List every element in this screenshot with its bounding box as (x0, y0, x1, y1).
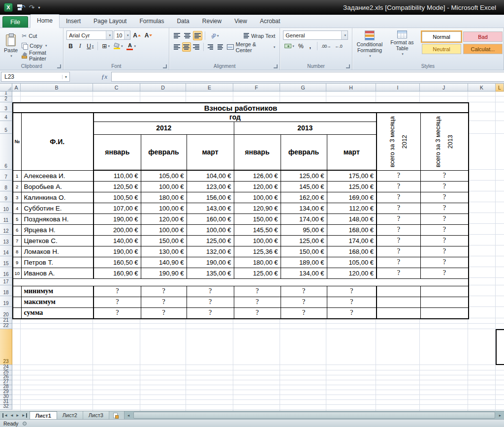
total-placeholder-cell[interactable]: ? (377, 257, 420, 268)
value-cell[interactable]: 125,00 € (187, 235, 234, 246)
value-cell[interactable]: 150,00 € (234, 214, 281, 224)
summary-placeholder-cell[interactable]: ? (327, 307, 377, 319)
row-number-cell[interactable]: 6 (13, 224, 21, 235)
value-cell[interactable]: 112,00 € (327, 203, 377, 214)
column-header-G[interactable]: G (280, 84, 326, 92)
insert-worksheet-button[interactable] (109, 411, 122, 419)
value-cell[interactable]: 160,50 € (94, 257, 141, 268)
ribbon-tab-view[interactable]: View (228, 15, 253, 28)
summary-placeholder-cell[interactable]: ? (327, 297, 377, 307)
empty-cell[interactable] (327, 278, 377, 286)
row-header-9[interactable]: 9 (0, 191, 12, 202)
row-header-13[interactable]: 13 (0, 235, 12, 245)
total-placeholder-cell[interactable]: ? (420, 203, 469, 214)
value-cell[interactable]: 175,00 € (327, 170, 377, 181)
summary-placeholder-cell[interactable]: ? (327, 286, 377, 297)
value-cell[interactable]: 150,00 € (141, 235, 187, 246)
employee-name-cell[interactable]: Позднякова Н. (21, 214, 94, 224)
value-cell[interactable]: 100,50 € (94, 192, 141, 203)
summary-placeholder-cell[interactable]: ? (187, 286, 234, 297)
value-cell[interactable]: 148,00 € (327, 214, 377, 224)
row-header-32[interactable]: 32 (0, 405, 12, 410)
total-placeholder-cell[interactable]: ? (420, 268, 469, 278)
empty-cell[interactable] (420, 278, 469, 286)
column-header-E[interactable]: E (186, 84, 233, 92)
borders-button[interactable]: ⊞▾ (100, 41, 111, 51)
value-cell[interactable]: 200,00 € (94, 224, 141, 235)
value-cell[interactable]: 169,00 € (327, 192, 377, 203)
row-header-18[interactable]: 18 (0, 285, 12, 296)
copy-button[interactable]: Copy ▾ (21, 41, 62, 50)
increase-indent-button[interactable] (216, 42, 224, 52)
column-header-F[interactable]: F (233, 84, 280, 92)
month-header-cell[interactable]: январь (94, 134, 141, 170)
horizontal-scrollbar-thumb[interactable] (133, 412, 495, 419)
value-cell[interactable]: 190,00 € (187, 257, 234, 268)
employee-name-cell[interactable]: Иванов А. (21, 268, 94, 278)
total-header-cell-2[interactable]: всего за 3 месяца 2013 (420, 113, 469, 170)
font-name-combo[interactable]: Arial Cyr ▾ (66, 30, 113, 40)
column-header-L[interactable]: L (496, 84, 504, 92)
orientation-button[interactable]: ab▾ (208, 31, 221, 40)
cut-button[interactable]: ✂ Cut (21, 31, 62, 40)
empty-cell[interactable] (281, 278, 327, 286)
empty-cell[interactable] (141, 278, 187, 286)
font-size-combo[interactable]: 10 ▾ (114, 30, 130, 40)
column-header-D[interactable]: D (140, 84, 186, 92)
value-cell[interactable]: 100,00 € (234, 192, 281, 203)
value-cell[interactable]: 168,00 € (327, 224, 377, 235)
row-header-23[interactable]: 23 (0, 329, 12, 365)
summary-placeholder-cell[interactable]: ? (141, 307, 187, 319)
empty-cell[interactable] (420, 307, 469, 319)
row-header-7[interactable]: 7 (0, 170, 12, 181)
empty-cell[interactable] (234, 278, 281, 286)
row-header-5[interactable]: 5 (0, 121, 12, 134)
row-number-cell[interactable]: 1 (13, 170, 21, 181)
selected-cell-outline[interactable] (496, 329, 504, 365)
employee-name-cell[interactable]: Воробьев А. (21, 181, 94, 192)
summary-placeholder-cell[interactable]: ? (281, 297, 327, 307)
row-number-cell[interactable]: 3 (13, 192, 21, 203)
row-header-6[interactable]: 6 (0, 134, 12, 170)
bold-button[interactable]: B (66, 41, 75, 51)
row-number-cell[interactable]: 8 (13, 246, 21, 257)
summary-placeholder-cell[interactable]: ? (141, 297, 187, 307)
scroll-right-icon[interactable]: ► (496, 411, 504, 419)
conditional-formatting-button[interactable]: Conditional Formatting ▾ (353, 30, 386, 58)
value-cell[interactable]: 126,00 € (234, 170, 281, 181)
row-header-15[interactable]: 15 (0, 256, 12, 267)
row-header-8[interactable]: 8 (0, 181, 12, 191)
total-header-cell-1[interactable]: всего за 3 месяца 2012 (377, 113, 420, 170)
row-number-cell[interactable]: 10 (13, 268, 21, 278)
value-cell[interactable]: 105,00 € (327, 257, 377, 268)
row-number-cell[interactable]: 5 (13, 214, 21, 224)
value-cell[interactable]: 130,00 € (141, 246, 187, 257)
summary-placeholder-cell[interactable]: ? (94, 307, 141, 319)
file-tab[interactable]: File (2, 16, 28, 28)
value-cell[interactable]: 95,00 € (281, 224, 327, 235)
total-placeholder-cell[interactable]: ? (377, 224, 420, 235)
value-cell[interactable]: 125,00 € (234, 268, 281, 278)
value-cell[interactable]: 105,00 € (141, 170, 187, 181)
column-header-C[interactable]: C (93, 84, 140, 92)
last-sheet-button[interactable]: ► (22, 413, 27, 418)
column-header-H[interactable]: H (326, 84, 376, 92)
summary-placeholder-cell[interactable]: ? (187, 297, 234, 307)
sheet-tab-лист3[interactable]: Лист3 (83, 411, 109, 419)
align-top-button[interactable] (172, 31, 182, 40)
value-cell[interactable]: 110,00 € (94, 170, 141, 181)
total-placeholder-cell[interactable]: ? (377, 181, 420, 192)
summary-placeholder-cell[interactable]: ? (141, 286, 187, 297)
align-right-button[interactable] (192, 42, 201, 52)
value-cell[interactable]: 174,00 € (327, 235, 377, 246)
row-header-22[interactable]: 22 (0, 324, 12, 329)
column-header-B[interactable]: B (21, 84, 93, 92)
value-cell[interactable]: 100,00 € (234, 235, 281, 246)
font-color-button[interactable]: A ▾ (125, 41, 137, 51)
value-cell[interactable]: 120,00 € (141, 214, 187, 224)
summary-placeholder-cell[interactable]: ? (94, 286, 141, 297)
value-cell[interactable]: 189,00 € (281, 257, 327, 268)
total-placeholder-cell[interactable]: ? (420, 214, 469, 224)
formula-input[interactable] (111, 72, 504, 82)
month-header-cell[interactable]: март (327, 134, 377, 170)
